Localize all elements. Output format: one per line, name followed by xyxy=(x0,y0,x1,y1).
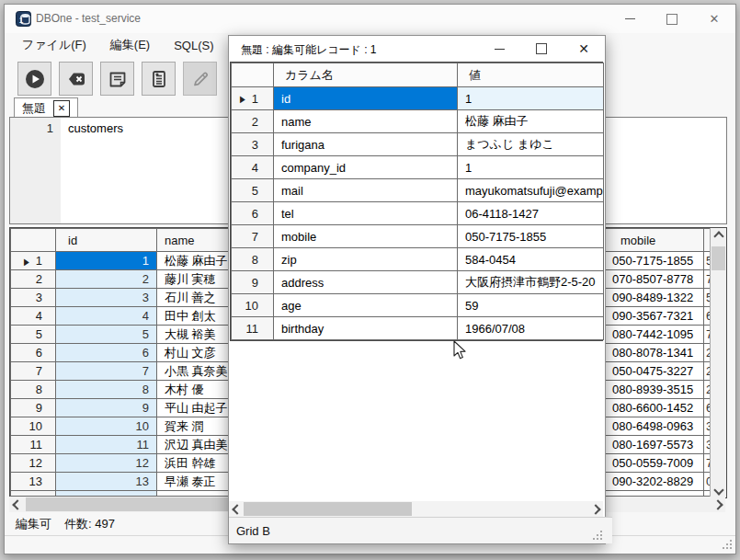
dialog-close-button[interactable]: ✕ xyxy=(563,36,605,62)
new-note-button[interactable] xyxy=(100,62,134,96)
vertical-scrollbar[interactable] xyxy=(710,228,726,497)
cell-mobile[interactable]: 090-8489-1322 xyxy=(606,289,704,307)
corner-header[interactable] xyxy=(11,229,56,252)
cell-column[interactable]: age xyxy=(274,294,458,317)
table-row[interactable]: 7mobile050-7175-1855 xyxy=(232,225,604,248)
execute-button[interactable] xyxy=(17,62,51,96)
row-number[interactable]: 6 xyxy=(11,344,56,362)
table-row[interactable]: 10age59 xyxy=(232,294,604,317)
row-number[interactable]: ▶1 xyxy=(232,87,274,110)
scroll-right-button[interactable] xyxy=(710,497,725,512)
row-number[interactable]: 4 xyxy=(11,307,56,326)
cell-value[interactable]: 59 xyxy=(458,294,604,317)
row-number[interactable]: 11 xyxy=(232,317,274,340)
resize-grip[interactable] xyxy=(722,540,733,551)
col-header-value[interactable]: 値 xyxy=(458,63,604,87)
cell-value[interactable]: 584-0454 xyxy=(458,248,604,271)
maximize-button[interactable] xyxy=(651,5,693,33)
table-row[interactable]: 2name松藤 麻由子 xyxy=(232,110,604,133)
tab-close-button[interactable]: ✕ xyxy=(53,100,70,117)
row-number[interactable]: 11 xyxy=(11,436,56,454)
cell-id[interactable]: 3 xyxy=(56,289,157,307)
document-button[interactable] xyxy=(142,62,176,96)
horizontal-scroll-thumb[interactable] xyxy=(244,502,412,516)
row-number[interactable]: 10 xyxy=(232,294,274,317)
row-number[interactable]: 3 xyxy=(232,133,274,156)
cell-id[interactable]: 11 xyxy=(56,436,157,454)
sql-text[interactable]: customers xyxy=(68,121,123,135)
cell-column-selected[interactable]: id xyxy=(274,87,458,110)
cell-id[interactable]: 2 xyxy=(56,270,157,289)
cell-mobile[interactable]: 080-1697-5573 xyxy=(606,436,704,454)
menu-file[interactable]: ファイル(F) xyxy=(10,33,98,57)
vertical-scroll-thumb[interactable] xyxy=(712,246,725,270)
cell-value[interactable]: 1 xyxy=(458,87,604,110)
row-number[interactable]: 4 xyxy=(232,156,274,179)
title-bar[interactable]: 1 DBOne - test_service ✕ xyxy=(5,5,735,33)
cell-column[interactable]: address xyxy=(274,271,458,294)
cell-mobile[interactable]: 080-8078-1341 xyxy=(606,344,704,362)
cell-value[interactable]: 松藤 麻由子 xyxy=(458,110,604,133)
cell-mobile[interactable]: 050-0559-7009 xyxy=(606,454,704,473)
cell-id[interactable]: 7 xyxy=(56,362,157,381)
dialog-minimize-button[interactable] xyxy=(478,36,520,62)
cell-id[interactable]: 13 xyxy=(56,473,157,491)
row-number[interactable]: 8 xyxy=(11,381,56,399)
row-number[interactable]: 7 xyxy=(11,362,56,381)
cell-mobile[interactable]: 090-3202-8829 xyxy=(606,473,704,491)
cell-id[interactable]: 9 xyxy=(56,399,157,417)
table-row[interactable]: ▶1 id 1 xyxy=(232,87,604,110)
cell-value[interactable]: mayukomatsufuji@example.c xyxy=(458,179,604,202)
table-row[interactable]: 5mailmayukomatsufuji@example.c xyxy=(232,179,604,202)
cell-column[interactable]: mobile xyxy=(274,225,458,248)
cell-column[interactable]: company_id xyxy=(274,156,458,179)
cell-value[interactable]: 050-7175-1855 xyxy=(458,225,604,248)
table-row[interactable]: 9address大阪府摂津市鶴野2-5-20 xyxy=(232,271,604,294)
scroll-down-button[interactable] xyxy=(711,482,726,497)
menu-sql[interactable]: SQL(S) xyxy=(162,35,225,56)
cell-id[interactable]: 6 xyxy=(56,344,157,362)
cell-id[interactable]: 10 xyxy=(56,417,157,436)
row-number[interactable]: 2 xyxy=(11,270,56,289)
scroll-left-button[interactable] xyxy=(9,497,25,512)
cell-id[interactable]: 12 xyxy=(56,454,157,473)
cell-value[interactable]: 1966/07/08 xyxy=(458,317,604,340)
cell-mobile[interactable]: 080-6600-1452 xyxy=(606,399,704,417)
cell-mobile[interactable]: 050-7175-1855 xyxy=(606,252,704,270)
scroll-left-button[interactable] xyxy=(229,501,245,517)
row-number[interactable]: 10 xyxy=(11,417,56,436)
cell-mobile[interactable]: 080-6498-0963 xyxy=(606,417,704,436)
cell-id[interactable]: 8 xyxy=(56,381,157,399)
cell-mobile[interactable]: 090-3567-7321 xyxy=(606,307,704,326)
dialog-resize-grip[interactable] xyxy=(592,531,603,542)
dialog-title-bar[interactable]: 無題 : 編集可能レコード : 1 ✕ xyxy=(229,36,605,62)
table-row[interactable]: 11birthday1966/07/08 xyxy=(232,317,604,340)
cell-mobile[interactable]: 070-8507-8778 xyxy=(606,270,704,289)
cell-value[interactable]: 06-4118-1427 xyxy=(458,202,604,225)
row-number[interactable]: 5 xyxy=(232,179,274,202)
row-number[interactable]: 2 xyxy=(232,110,274,133)
corner-header[interactable] xyxy=(232,63,274,87)
cell-column[interactable]: tel xyxy=(274,202,458,225)
row-number[interactable]: ▶1 xyxy=(11,252,56,270)
cell-column[interactable]: name xyxy=(274,110,458,133)
row-number[interactable]: 9 xyxy=(11,399,56,417)
scroll-up-button[interactable] xyxy=(711,228,726,244)
row-number[interactable]: 8 xyxy=(232,248,274,271)
cell-mobile[interactable]: 080-8939-3515 xyxy=(606,381,704,399)
table-row[interactable]: 8zip584-0454 xyxy=(232,248,604,271)
dialog-maximize-button[interactable] xyxy=(520,36,563,62)
row-number[interactable]: 9 xyxy=(232,271,274,294)
edit-button[interactable] xyxy=(183,62,217,96)
close-button[interactable]: ✕ xyxy=(693,5,735,33)
cell-column[interactable]: birthday xyxy=(274,317,458,340)
cell-column[interactable]: zip xyxy=(274,248,458,271)
row-number[interactable]: 5 xyxy=(11,326,56,344)
cell-column[interactable]: furigana xyxy=(274,133,458,156)
cell-mobile[interactable]: 080-7442-1095 xyxy=(606,326,704,344)
table-row[interactable]: 6tel06-4118-1427 xyxy=(232,202,604,225)
row-number[interactable]: 3 xyxy=(11,289,56,307)
cell-id[interactable]: 4 xyxy=(56,307,157,326)
clear-button[interactable] xyxy=(59,62,93,96)
cell-id[interactable]: 5 xyxy=(56,326,157,344)
